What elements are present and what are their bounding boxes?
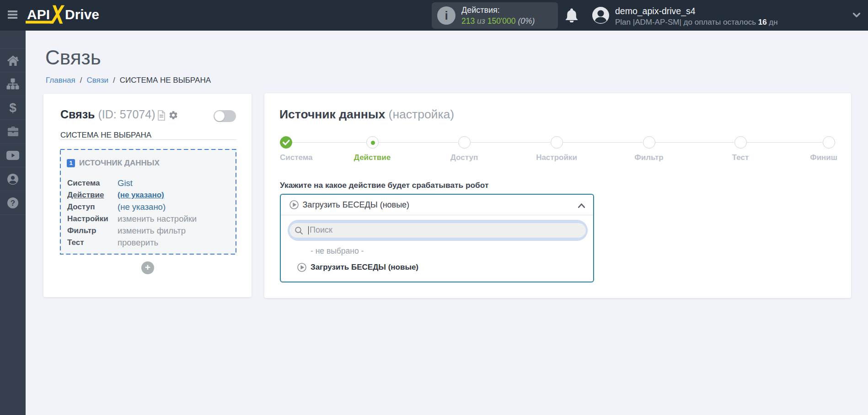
svg-text:API: API xyxy=(27,7,50,22)
svg-text:Drive: Drive xyxy=(65,7,99,22)
svg-text:?: ? xyxy=(11,199,15,208)
svg-text:$: $ xyxy=(9,101,16,114)
